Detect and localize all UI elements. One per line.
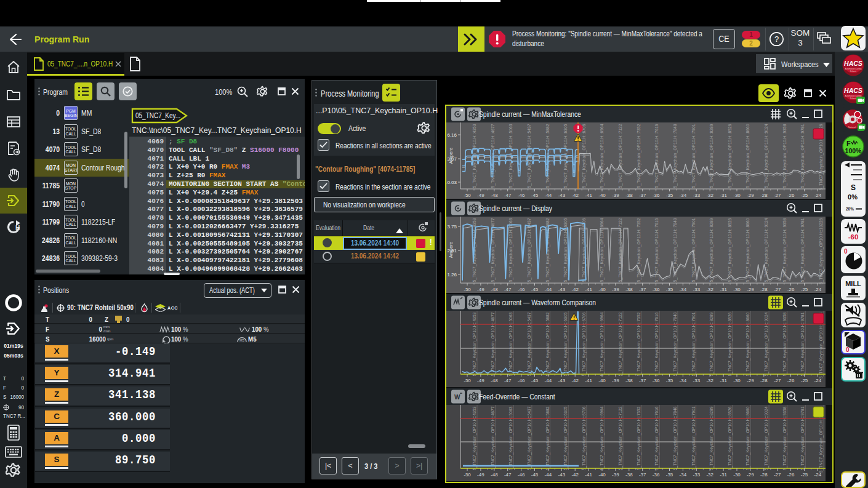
svg-text:-25: -25 [801,193,808,198]
svg-text:5_TNC7_Keychain_OP10.H::9781: 5_TNC7_Keychain_OP10.H::9781 [800,312,805,376]
svg-text:-47: -47 [504,378,512,383]
svg-text:-35: -35 [666,193,673,198]
svg-text:-30: -30 [733,287,741,292]
svg-text:5_TNC7_Keychain_OP10.H::7352: 5_TNC7_Keychain_OP10.H::7352 [637,406,641,470]
svg-text:5_TNC7_Keychain_OP10.H::8526: 5_TNC7_Keychain_OP10.H::8526 [728,218,733,282]
svg-text:-43: -43 [558,472,566,478]
svg-text:HACS: HACS [844,60,862,67]
svg-text:-30: -30 [733,472,741,478]
svg-text:5_TNC7_Keychain_OP10.H::6964: 5_TNC7_Keychain_OP10.H::6964 [600,124,605,188]
svg-text:-41: -41 [585,287,592,292]
svg-text:-29: -29 [747,472,754,478]
svg-text:5_TNC7_Keychain_OP10.H::5882: 5_TNC7_Keychain_OP10.H::5882 [545,312,550,376]
svg-text:-25: -25 [801,378,808,383]
svg-text:W: W [454,394,460,401]
svg-text:-42: -42 [571,193,579,198]
svg-text:5_TNC7_Keychain_OP10.H::6706: 5_TNC7_Keychain_OP10.H::6706 [582,124,587,188]
svg-text:5_TNC7_Keychain_OP10.H::8526: 5_TNC7_Keychain_OP10.H::8526 [728,406,733,470]
svg-text:-45: -45 [531,193,539,198]
svg-text:5_TNC7_Keychain_OP10.H::7616: 5_TNC7_Keychain_OP10.H::7616 [654,124,659,188]
svg-text:Spindle current — Display: Spindle current — Display [479,204,552,214]
svg-text:-38: -38 [625,287,633,292]
svg-text:-40: -40 [598,287,606,292]
svg-text:5_TNC7_Keychain_OP10.H::5882: 5_TNC7_Keychain_OP10.H::5882 [545,406,550,470]
svg-text:5_TNC7_Keychain_OP10.H::7352: 5_TNC7_Keychain_OP10.H::7352 [637,124,641,188]
svg-text:5_TNC7_Keychain_OP10.H::7352: 5_TNC7_Keychain_OP10.H::7352 [637,312,641,376]
svg-text:-50: -50 [464,287,471,292]
svg-text:5_TNC7_Keychain_OP10.H::8526: 5_TNC7_Keychain_OP10.H::8526 [728,124,733,188]
svg-text:-40: -40 [598,193,606,198]
svg-text:0: 0 [844,248,848,255]
svg-text:-28: -28 [760,287,768,292]
svg-text:-39: -39 [612,378,619,383]
svg-text:100%: 100% [845,147,862,154]
svg-text:F: F [846,140,851,147]
svg-text:-39: -39 [612,287,619,292]
svg-text:5_TNC7_Keychain_OP10.H::5437: 5_TNC7_Keychain_OP10.H::5437 [527,312,532,376]
svg-text:5_TNC7_Keychain_OP10.H::8526: 5_TNC7_Keychain_OP10.H::8526 [728,312,733,376]
svg-text:-40: -40 [598,378,606,383]
svg-text:-46: -46 [518,472,525,478]
svg-text:-42: -42 [571,472,579,478]
svg-text:-35: -35 [666,287,673,292]
svg-text:-49: -49 [477,287,484,292]
svg-text:-29: -29 [747,378,754,383]
svg-text:5_TNC7_Keychain_OP10.H::7616: 5_TNC7_Keychain_OP10.H::7616 [654,218,659,282]
svg-text:-50: -50 [464,472,471,478]
svg-text:-24: -24 [814,193,822,198]
svg-text:-32: -32 [706,193,713,198]
svg-text:-24: -24 [814,378,822,383]
svg-text:-42: -42 [571,287,579,292]
svg-text:5_TNC7_Keychain_OP10.H::6964: 5_TNC7_Keychain_OP10.H::6964 [600,218,605,282]
svg-text:?: ? [774,34,779,44]
svg-text:5_TNC7_Keychain_OP10.H::7122: 5_TNC7_Keychain_OP10.H::7122 [618,312,623,376]
svg-text:5_TNC7_Keychain_OP10.H::4353: 5_TNC7_Keychain_OP10.H::4353 [472,312,477,376]
svg-text:-25: -25 [801,287,808,292]
svg-text:5_TNC7_Keychain_OP10.H::6964: 5_TNC7_Keychain_OP10.H::6964 [600,312,605,376]
svg-text:5_TNC7_Keychain_OP10.H::5063: 5_TNC7_Keychain_OP10.H::5063 [508,406,513,470]
svg-text:-28: -28 [760,378,768,383]
svg-text:-32: -32 [706,287,713,292]
svg-text:-49: -49 [477,472,484,478]
svg-text:-31: -31 [720,472,727,478]
svg-text:-32: -32 [706,472,713,478]
svg-text:5_TNC7_Keychain_OP10.H::4677: 5_TNC7_Keychain_OP10.H::4677 [491,312,496,376]
svg-text:-49: -49 [477,193,484,198]
svg-text:-31: -31 [720,378,727,383]
svg-text:-46: -46 [518,193,525,198]
svg-text:5_TNC7_Keychain_OP10.H::7848: 5_TNC7_Keychain_OP10.H::7848 [673,124,678,188]
svg-text:-26: -26 [787,472,795,478]
svg-text:5_TNC7_Keychain_OP10.H::6305: 5_TNC7_Keychain_OP10.H::6305 [563,406,568,470]
svg-text:-40: -40 [598,472,606,478]
svg-text:-45: -45 [531,472,539,478]
svg-text:-29: -29 [747,287,754,292]
svg-text:-35: -35 [666,472,673,478]
svg-text:3.07: 3.07 [447,156,457,162]
svg-text:-33: -33 [693,378,701,383]
svg-text:0: 0 [846,346,850,353]
svg-text:-43: -43 [558,287,566,292]
svg-text:-24: -24 [814,472,822,478]
svg-text:-34: -34 [680,193,687,198]
svg-text:5_TNC7_Keychain_OP10.H::9024: 5_TNC7_Keychain_OP10.H::9024 [764,312,769,376]
svg-text:M5: M5 [239,338,244,342]
svg-text:-31: -31 [720,287,727,292]
svg-text:-29: -29 [747,193,754,198]
svg-text:5_TNC7_Keychain_OP10.H::7901: 5_TNC7_Keychain_OP10.H::7901 [691,406,696,470]
svg-text:5_TNC7_Keychain_OP10.H::8289: 5_TNC7_Keychain_OP10.H::8289 [709,124,714,188]
svg-text:-24: -24 [814,287,822,292]
svg-text:-34: -34 [680,378,687,383]
svg-text:-32: -32 [706,378,713,383]
svg-text:-36: -36 [653,193,660,198]
svg-text:5_TNC7_Keychain_OP10.H::9781: 5_TNC7_Keychain_OP10.H::9781 [800,406,805,470]
svg-text:3.75: 3.75 [447,224,457,230]
svg-text:-39: -39 [612,472,619,478]
svg-text:-26: -26 [787,193,795,198]
svg-text:-30: -30 [733,193,741,198]
svg-text:5_TNC7_Keychain_OP10.H::7122: 5_TNC7_Keychain_OP10.H::7122 [618,406,623,470]
svg-text:-60: -60 [848,233,859,241]
svg-text:5_TNC7_Keychain_OP10.H::7848: 5_TNC7_Keychain_OP10.H::7848 [673,406,678,470]
svg-text:Spindle current — Waveform Com: Spindle current — Waveform Comparison [479,298,596,308]
svg-text:-26: -26 [787,378,795,383]
svg-text:5_TNC7_Keychain_OP10.H::7901: 5_TNC7_Keychain_OP10.H::7901 [691,124,696,188]
